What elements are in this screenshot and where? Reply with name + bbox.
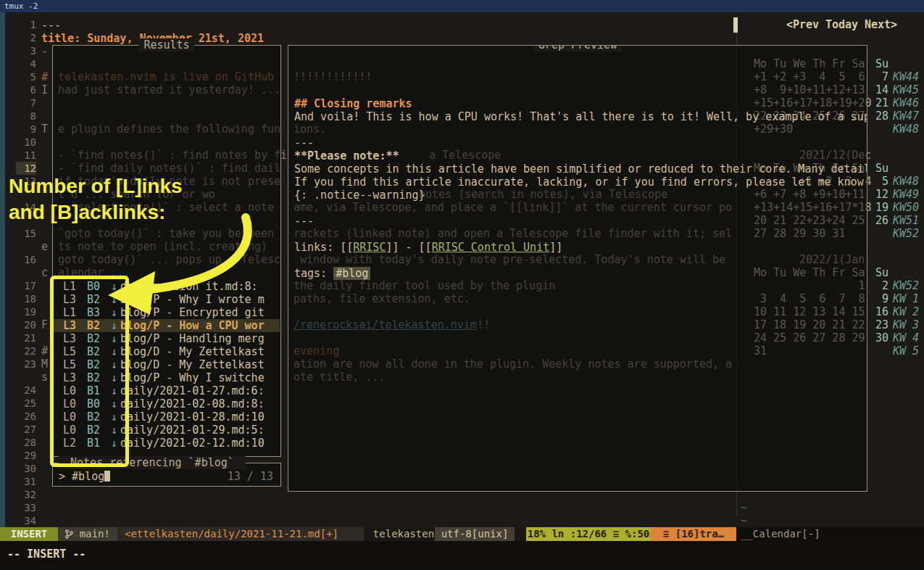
calendar-sunday[interactable]: 7 — [873, 70, 888, 83]
preview-text: --- — [294, 215, 314, 228]
statusline: INSERT main! <ettelkasten/daily/2021-11-… — [0, 527, 924, 541]
wiki-link[interactable]: RRISC — [353, 241, 386, 254]
preview-line: Some concepts in this article have been … — [294, 162, 867, 175]
tag-chip: #blog — [333, 267, 370, 280]
calendar-sunday[interactable]: 21 — [873, 96, 888, 110]
result-text: daily/2021-01-27.md:6: — [120, 384, 265, 397]
line-number: 15 — [16, 227, 36, 240]
calendar-week-number: KW 5 — [893, 344, 919, 358]
line-number: 25 — [16, 397, 36, 410]
calendar-week-number: KW51 — [893, 214, 919, 227]
preview-text: **Please note:** — [294, 149, 399, 162]
prompt-prefix: > — [59, 470, 72, 483]
line-number: 6 — [16, 83, 36, 96]
wiki-link[interactable]: RRISC Control Unit — [432, 241, 550, 254]
preview-text: ## Closing remarks — [294, 97, 412, 110]
annotation-text-line-1: Number of [L]inks — [9, 180, 183, 193]
line-number: 34 — [16, 514, 36, 527]
result-text: blog/D - My Zettelkast — [120, 345, 265, 358]
calendar-sunday[interactable]: Su — [873, 57, 888, 70]
plugin-name: telekasten — [364, 527, 444, 541]
calendar-sunday[interactable]: 28 — [873, 110, 888, 123]
calendar-sunday[interactable]: Su — [873, 162, 888, 175]
editor-background-text: I — [41, 83, 48, 96]
calendar-sunday[interactable]: Su — [873, 266, 888, 279]
calendar-sunday[interactable]: 23 — [873, 318, 888, 331]
calendar-sunday[interactable]: 2 — [873, 279, 888, 292]
line-number: 32 — [16, 488, 36, 501]
editor-background-text: s — [41, 371, 48, 384]
encoding-indicator: utf-8[unix] — [435, 527, 515, 541]
calendar-sunday[interactable]: 14 — [873, 83, 888, 96]
line-number: 23 — [16, 358, 36, 371]
editor-background-text: - — [41, 45, 48, 58]
mode-message: -- INSERT -- — [7, 548, 86, 561]
line-number: 28 — [16, 436, 36, 449]
preview-text: Some concepts in this article have been … — [294, 162, 867, 175]
result-count: 13 / 13 — [228, 470, 273, 483]
editor-background-text: # — [41, 344, 48, 358]
editor-background-text: T — [41, 123, 48, 136]
file-path: <ettelkasten/daily/2021-11-21.md[+] — [117, 527, 364, 541]
preview-line: And voila! This is how a CPU works! That… — [294, 110, 867, 123]
calendar-week-number: KW48 — [893, 123, 919, 136]
search-input[interactable]: > #blog — [59, 470, 110, 483]
line-number: 20 — [16, 318, 36, 331]
line-number: 21 — [16, 331, 36, 344]
editor-background-text: c — [41, 266, 48, 279]
prompt-value: #blog — [72, 470, 104, 483]
line-number: 17 — [16, 279, 36, 292]
calendar-sunday[interactable]: 12 — [873, 188, 888, 201]
result-text: blog/P - Encrypted git — [120, 306, 265, 319]
result-text: blog/P - Why I switche — [120, 371, 265, 384]
preview-line: ## Closing remarks — [294, 97, 412, 110]
line-number: 24 — [16, 384, 36, 397]
text-cursor — [104, 471, 110, 482]
mode-indicator: INSERT — [0, 527, 58, 541]
line-number: 19 — [16, 305, 36, 318]
calendar-week-number: KW47 — [893, 110, 919, 123]
editor-background-text: --- — [41, 19, 61, 32]
calendar-week-number: KW49 — [893, 188, 919, 201]
result-text: blog/P - Handling merg — [120, 332, 265, 345]
editor-background-text: M — [41, 358, 48, 371]
line-number: 31 — [16, 475, 36, 488]
preview-text: ]] - [[ — [386, 241, 431, 254]
terminal-screen: tmux -2 12345678910111213141516171819202… — [0, 0, 924, 570]
results-title: Results — [138, 38, 194, 51]
editor-background-text: ~ — [741, 501, 747, 514]
calendar-sunday[interactable]: 9 — [873, 292, 888, 305]
cursor-position-indicator: 18% ln :12/66 ≡ %:50 — [526, 527, 651, 541]
calendar-week-number: KW 3 — [893, 318, 919, 331]
line-number: 18 — [16, 292, 36, 305]
calendar-sunday[interactable]: 19 — [873, 201, 888, 214]
buffer-indicator: ≡ [16]tra… — [651, 527, 736, 541]
calendar-week-number: KW46 — [893, 96, 919, 110]
line-number: 4 — [16, 57, 36, 70]
command-line-area: -- INSERT -- — [0, 541, 924, 570]
calendar-week-number: KW50 — [893, 201, 919, 214]
preview-text: If you find this article inaccurate, lac… — [294, 175, 864, 189]
line-number: 1 — [16, 18, 36, 31]
preview-line: If you find this article inaccurate, lac… — [294, 175, 864, 189]
editor-background-text: F — [41, 318, 48, 331]
result-text: blog/D - My Zettelkast — [120, 358, 265, 371]
preview-line: **Please note:** — [294, 149, 399, 162]
calendar-sunday[interactable]: 16 — [873, 305, 888, 318]
preview-text: tags: — [294, 267, 333, 280]
line-number: 10 — [16, 136, 36, 149]
calendar-sunday[interactable]: 30 — [873, 331, 888, 344]
editor-background-text: e — [41, 240, 48, 253]
line-number: 5 — [16, 70, 36, 83]
line-number: 27 — [16, 423, 36, 436]
calendar-sunday[interactable]: 26 — [873, 214, 888, 227]
preview-text: {: .notice--warning} — [294, 189, 425, 202]
result-text: blog/P - Why I wrote m — [120, 293, 265, 306]
result-text: do i mention it.md:8: — [120, 280, 258, 293]
preview-text: ]] — [549, 241, 562, 254]
preview-title: Grep Preview — [533, 45, 622, 51]
git-branch-segment: main! — [58, 527, 117, 541]
calendar-sunday[interactable]: 5 — [873, 175, 888, 188]
calendar-week-number: KW48 — [893, 175, 919, 188]
calendar-week-number: KW 4 — [893, 331, 919, 344]
